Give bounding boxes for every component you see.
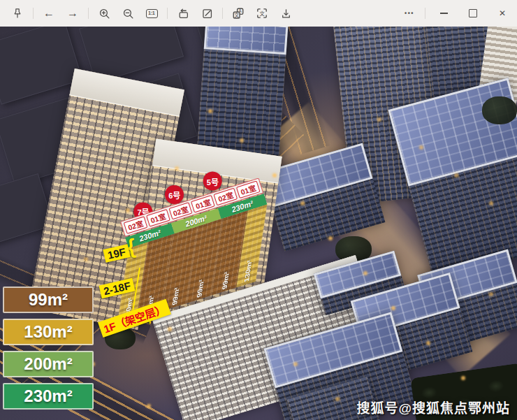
save-icon xyxy=(280,8,292,20)
toolbar: ← → 1:1 xyxy=(0,0,517,27)
back-button[interactable]: ← xyxy=(37,3,61,24)
toolbar-separator xyxy=(425,8,425,19)
area-legend: 99m² 130m² 200m² 230m² xyxy=(3,287,95,415)
maximize-button[interactable] xyxy=(458,3,488,24)
zoom-in-button[interactable] xyxy=(92,3,116,24)
toolbar-separator xyxy=(33,8,34,19)
maximize-icon xyxy=(469,9,477,17)
toolbar-separator xyxy=(167,8,168,19)
translate-icon: A 文 xyxy=(232,7,245,20)
legend-item-99: 99m² xyxy=(3,287,94,313)
edit-icon xyxy=(201,8,213,20)
pin-icon xyxy=(12,8,23,19)
close-button[interactable]: ✕ xyxy=(488,3,517,24)
zoom-out-button[interactable] xyxy=(116,3,140,24)
more-options-button[interactable]: ••• xyxy=(398,3,421,24)
zoom-in-icon xyxy=(99,8,110,20)
toolbar-separator xyxy=(88,8,89,19)
toolbar-separator xyxy=(222,8,223,19)
forward-button[interactable]: → xyxy=(61,3,85,24)
visual-search-icon: 文 xyxy=(256,7,268,20)
close-icon: ✕ xyxy=(499,8,506,18)
image-viewer-window: ← → 1:1 xyxy=(0,0,517,420)
forward-icon: → xyxy=(67,8,78,19)
trees xyxy=(482,96,517,124)
save-button[interactable] xyxy=(274,3,298,24)
minimize-icon xyxy=(440,13,448,13)
visual-search-button[interactable]: 文 xyxy=(250,3,274,24)
back-icon: ← xyxy=(43,8,54,19)
actual-size-button[interactable]: 1:1 xyxy=(140,3,163,24)
legend-item-230: 230m² xyxy=(3,383,94,410)
svg-text:文: 文 xyxy=(259,10,264,17)
legend-item-200: 200m² xyxy=(3,351,94,377)
photo-canvas[interactable]: 7号 6号 5号 02室 01室 02室 01室 02室 01室 230m² 2… xyxy=(0,27,517,420)
actual-size-icon: 1:1 xyxy=(146,9,158,18)
translate-button[interactable]: A 文 xyxy=(226,3,250,24)
pin-button[interactable] xyxy=(6,3,29,24)
edit-button[interactable] xyxy=(195,3,219,24)
street-lights xyxy=(0,27,1,28)
solar-roof xyxy=(204,27,289,55)
svg-text:文: 文 xyxy=(234,12,239,18)
legend-item-130: 130m² xyxy=(3,319,94,345)
zoom-out-icon xyxy=(122,8,134,20)
minimize-button[interactable] xyxy=(429,3,458,24)
rotate-icon xyxy=(177,8,189,20)
watermark: 搜狐号@搜狐焦点鄂州站 xyxy=(356,398,510,417)
more-icon: ••• xyxy=(405,10,414,17)
rotate-button[interactable] xyxy=(171,3,195,24)
